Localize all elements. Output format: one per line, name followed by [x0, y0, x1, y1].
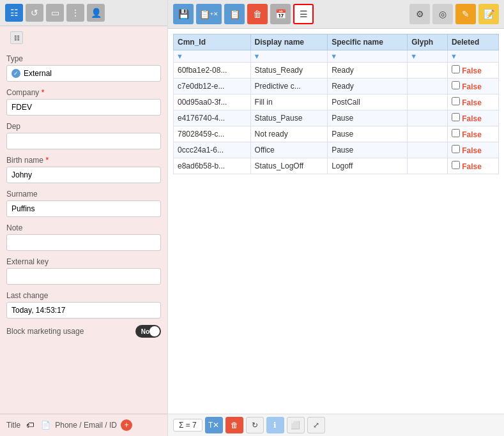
cell-2-4: False [447, 94, 498, 110]
col-cmn-id: Cmn_Id [174, 34, 251, 50]
cell-3-3 [408, 110, 448, 126]
table-row[interactable]: e8ad6b58-b...Status_LogOffLogoff False [174, 158, 499, 174]
table-row[interactable]: 60fba1e2-08...Status_ReadyReady False [174, 63, 499, 79]
tbb-refresh[interactable]: ↻ [246, 417, 264, 433]
tbb-delete[interactable]: 🗑 [225, 417, 243, 433]
circle-button[interactable]: ◎ [432, 4, 453, 24]
left-toolbar: ☷ ↺ ▭ ⋮ 👤 [0, 0, 167, 26]
type-value: ✓ External [6, 65, 161, 82]
calendar-button[interactable]: 📅 [270, 4, 291, 24]
cell-6-0: e8ad6b58-b... [174, 158, 251, 174]
undo-icon[interactable]: ↺ [26, 4, 43, 22]
surname-input[interactable] [6, 200, 161, 217]
table-row[interactable]: c7e0db12-e...Predictive c...Ready False [174, 79, 499, 94]
gear-button[interactable]: ⚙ [409, 4, 430, 24]
cell-3-2: Pause [328, 110, 408, 126]
save-button[interactable]: 💾 [173, 4, 194, 24]
type-text: External [24, 69, 52, 78]
table-row[interactable]: 78028459-c...Not readyPause False [174, 126, 499, 142]
right-panel: 💾 📋+✕ 📋 🗑 📅 ☰ ⚙ ◎ ✎ 📝 Cmn_Id Display nam… [168, 0, 504, 436]
note-button[interactable]: 📝 [478, 4, 499, 24]
tbb-filter-clear[interactable]: T✕ [205, 417, 223, 433]
doc-icon[interactable]: 📄 [40, 419, 51, 431]
tree-icon[interactable]: ⋮ [66, 4, 84, 22]
checkbox-0[interactable] [452, 65, 460, 73]
checkbox-3[interactable] [452, 113, 460, 121]
externalkey-input[interactable] [6, 268, 161, 285]
tbb-info[interactable]: ℹ [266, 417, 284, 433]
right-toolbar: 💾 📋+✕ 📋 🗑 📅 ☰ ⚙ ◎ ✎ 📝 [168, 0, 504, 29]
toggle-no-label: No [141, 328, 149, 335]
dep-label: Dep [6, 122, 161, 131]
filter-cmn-id[interactable]: ▼ [176, 52, 183, 60]
filter-display-name[interactable]: ▼ [254, 52, 261, 60]
col-glyph: Glyph [408, 34, 448, 50]
delete-button[interactable]: 🗑 [247, 4, 268, 24]
cell-4-4: False [447, 126, 498, 142]
cell-3-0: e4176740-4... [174, 110, 251, 126]
table-row[interactable]: 0ccc24a1-6...OfficePause False [174, 142, 499, 158]
checkbox-6[interactable] [452, 161, 460, 169]
cell-3-1: Status_Pause [250, 110, 328, 126]
cell-5-0: 0ccc24a1-6... [174, 142, 251, 158]
cell-4-2: Pause [328, 126, 408, 142]
company-input[interactable] [6, 99, 161, 116]
cell-5-1: Office [250, 142, 328, 158]
block-marketing-label: Block marketing usage [6, 327, 84, 336]
cell-4-0: 78028459-c... [174, 126, 251, 142]
dep-field-group: Dep [6, 122, 161, 149]
save-add-button[interactable]: 📋+✕ [196, 4, 222, 24]
toggle-track: No [135, 325, 161, 338]
col-specific-name: Specific name [328, 34, 408, 50]
tbb-fullscreen[interactable]: ⤢ [307, 417, 325, 433]
cell-4-3 [408, 126, 448, 142]
filter-specific-name[interactable]: ▼ [330, 52, 337, 60]
left-panel: ☷ ↺ ▭ ⋮ 👤 ☷ Type ✓ External Company * De… [0, 0, 168, 436]
sum-badge: Σ = 7 [173, 419, 202, 432]
table-row[interactable]: 00d95aa0-3f...Fill inPostCall False [174, 94, 499, 110]
tbb-expand[interactable]: ⬜ [287, 417, 305, 433]
birthname-field-group: Birth name * [6, 156, 161, 183]
tag-icon[interactable]: 🏷 [24, 419, 36, 431]
grid-icon[interactable]: ☷ [5, 4, 23, 22]
cell-1-1: Predictive c... [250, 79, 328, 94]
checkbox-2[interactable] [452, 97, 460, 105]
table-bottom-bar: Σ = 7 T✕ 🗑 ↻ ℹ ⬜ ⤢ [168, 414, 504, 436]
table-button[interactable]: ☰ [293, 4, 314, 24]
birthname-label: Birth name * [6, 156, 161, 165]
cell-3-4: False [447, 110, 498, 126]
edit-button[interactable]: ✎ [455, 4, 476, 24]
surname-label: Surname [6, 190, 161, 199]
cell-4-1: Not ready [250, 126, 328, 142]
checkbox-1[interactable] [452, 81, 460, 89]
block-marketing-toggle[interactable]: No [135, 325, 161, 338]
checkbox-5[interactable] [452, 145, 460, 153]
cell-0-4: False [447, 63, 498, 79]
cell-1-0: c7e0db12-e... [174, 79, 251, 94]
cell-6-1: Status_LogOff [250, 158, 328, 174]
small-grid-icon[interactable]: ☷ [10, 31, 23, 44]
filter-glyph[interactable]: ▼ [410, 52, 417, 60]
checkbox-4[interactable] [452, 129, 460, 137]
cell-2-2: PostCall [328, 94, 408, 110]
cell-2-3 [408, 94, 448, 110]
add-button[interactable]: + [121, 419, 132, 431]
block-marketing-container: Block marketing usage No [6, 325, 161, 338]
cell-1-3 [408, 79, 448, 94]
filter-deleted[interactable]: ▼ [450, 52, 457, 60]
form-area: Type ✓ External Company * Dep Birth name… [0, 49, 167, 414]
externalkey-label: External key [6, 257, 161, 266]
cell-2-0: 00d95aa0-3f... [174, 94, 251, 110]
person-icon[interactable]: 👤 [87, 4, 105, 22]
birthname-input[interactable] [6, 167, 161, 183]
data-table: Cmn_Id Display name Specific name Glyph … [173, 34, 499, 174]
lastchange-input[interactable] [6, 302, 161, 319]
copy-button[interactable]: 📋 [224, 4, 245, 24]
note-input[interactable] [6, 234, 161, 251]
toggle-knob [149, 326, 160, 336]
dep-input[interactable] [6, 133, 161, 149]
cell-0-1: Status_Ready [250, 63, 328, 79]
table-row[interactable]: e4176740-4...Status_PausePause False [174, 110, 499, 126]
window-icon[interactable]: ▭ [46, 4, 64, 22]
phone-email-label: Phone / Email / ID [55, 421, 117, 430]
